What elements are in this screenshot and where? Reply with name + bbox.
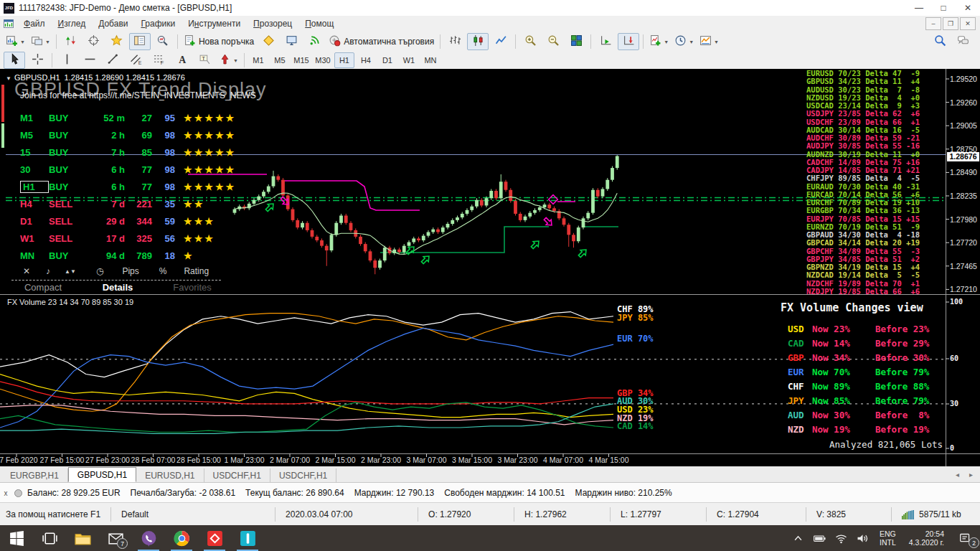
chart-client-area[interactable]: ▼GBPUSD,H1 1.28415 1.28690 1.28415 1.286… <box>0 69 980 466</box>
label-tool-button[interactable]: T <box>194 52 215 69</box>
clock-indicator[interactable]: 20:544.3.2020 г. <box>902 529 951 547</box>
taskbar-chrome-icon[interactable] <box>165 525 198 551</box>
timeframe-m15-button[interactable]: M15 <box>291 52 311 68</box>
trend-row-mn[interactable]: MNBUY94 d78918★ <box>6 247 230 264</box>
mdi-minimize-button[interactable]: – <box>925 17 941 30</box>
timeframe-h4-button[interactable]: H4 <box>356 52 376 68</box>
taskbar-task-view-icon[interactable] <box>33 525 66 551</box>
collapse-indicator-icon[interactable]: ▼ <box>6 75 11 82</box>
mdi-restore-button[interactable]: ❐ <box>943 17 958 30</box>
zoom-out-button[interactable] <box>542 33 564 50</box>
trend-clock-icon[interactable]: ◷ <box>96 266 103 276</box>
taskbar-viber-icon[interactable] <box>132 525 165 551</box>
timeframe-m5-button[interactable]: M5 <box>270 52 290 68</box>
taskbar-red-app-icon[interactable] <box>198 525 231 551</box>
terminal-close-button[interactable]: x <box>0 490 11 496</box>
chart-candles-button[interactable] <box>467 33 489 50</box>
trend-col-percent-label[interactable]: % <box>159 266 167 276</box>
timeframe-m30-button[interactable]: M30 <box>313 52 333 68</box>
trend-sound-icon[interactable]: ♪ <box>46 266 50 276</box>
market-watch-button[interactable] <box>60 33 82 50</box>
data-window-button[interactable] <box>152 33 174 50</box>
language-indicator[interactable]: ENGINTL <box>874 529 902 547</box>
text-tool-button[interactable]: A <box>171 52 192 69</box>
menu-графики[interactable]: Графики <box>134 17 182 30</box>
tray-wifi-icon[interactable] <box>831 525 852 551</box>
timeframe-w1-button[interactable]: W1 <box>399 52 419 68</box>
menu-файл[interactable]: Файл <box>17 17 52 30</box>
timeframe-mn-button[interactable]: MN <box>420 52 440 68</box>
tile-windows-button[interactable] <box>565 33 587 50</box>
trend-close-icon[interactable]: ✕ <box>23 266 30 276</box>
action-center-icon[interactable]: 2 <box>951 525 980 551</box>
trend-row-d1[interactable]: D1SELL29 d34459★★★ <box>6 212 230 230</box>
terminal-button[interactable] <box>281 33 302 50</box>
fibonacci-button[interactable]: F <box>148 52 169 69</box>
chart-bars-button[interactable] <box>444 33 466 50</box>
menu-добави[interactable]: Добави <box>92 17 134 30</box>
chart-tab-eurusd-h1[interactable]: EURUSD,H1 <box>136 468 204 482</box>
shapes-button[interactable]: ▼ <box>217 52 240 69</box>
vertical-line-button[interactable] <box>56 52 77 69</box>
timeframe-d1-button[interactable]: D1 <box>377 52 397 68</box>
autotrading-button[interactable]: Автоматична търговия <box>326 33 436 50</box>
auto-scroll-button[interactable] <box>595 33 616 50</box>
menu-инструменти[interactable]: Инструменти <box>182 17 247 30</box>
trend-col-pips-label[interactable]: Pips <box>122 266 138 276</box>
metaeditor-button[interactable] <box>258 33 279 50</box>
trend-row-15[interactable]: 15BUY7 h8598★★★★★ <box>6 143 230 161</box>
crosshair-tool-button[interactable] <box>27 52 48 69</box>
tabs-scroll-right-icon[interactable]: ▸ <box>969 471 973 479</box>
favorites-button[interactable] <box>106 33 128 50</box>
navigator-button[interactable] <box>129 33 151 50</box>
taskbar-explorer-icon[interactable] <box>66 525 99 551</box>
trend-row-m1[interactable]: M1BUY52 m2795★★★★★ <box>6 109 230 126</box>
tray-chevron-up-icon[interactable] <box>788 525 809 551</box>
crosshair-circle-button[interactable] <box>83 33 105 50</box>
menu-прозорец[interactable]: Прозорец <box>247 17 298 30</box>
chart-shift-button[interactable] <box>618 33 639 50</box>
status-profile[interactable]: Default <box>110 507 275 522</box>
trend-tab-favorites[interactable]: Favorites <box>155 282 230 293</box>
tabs-scroll-left-icon[interactable]: ◂ <box>956 471 959 479</box>
menu-помощ[interactable]: Помощ <box>298 17 340 30</box>
chart-line-button[interactable] <box>490 33 512 50</box>
trend-col-rating-label[interactable]: Rating <box>184 266 209 276</box>
trend-sort-icon[interactable]: ▲▼ <box>65 268 76 275</box>
periods-button[interactable]: ▼ <box>672 33 696 50</box>
profiles-button[interactable]: ▼ <box>29 33 52 50</box>
minimize-button[interactable]: — <box>907 0 931 16</box>
trend-row-h1[interactable]: H1BUY6 h7798★★★★★ <box>6 178 230 195</box>
menu-изглед[interactable]: Изглед <box>52 17 93 30</box>
indicators-button[interactable]: ▼ <box>647 33 671 50</box>
timeframe-h1-button[interactable]: H1 <box>334 52 354 68</box>
new-chart-button[interactable]: ▼ <box>4 33 27 50</box>
timeframe-m1-button[interactable]: M1 <box>248 52 268 68</box>
trend-row-h4[interactable]: H4SELL7 d22135★★ <box>6 195 230 212</box>
close-button[interactable]: ✕ <box>956 0 980 16</box>
signals-button[interactable] <box>303 33 325 50</box>
tray-volume-icon[interactable] <box>852 525 874 551</box>
templates-button[interactable]: ▼ <box>697 33 721 50</box>
search-button[interactable] <box>929 33 951 50</box>
mdi-close-button[interactable]: ✕ <box>960 17 976 30</box>
new-order-button[interactable]: Нова поръчка <box>182 33 256 50</box>
tray-battery-icon[interactable] <box>809 525 831 551</box>
chat-button[interactable] <box>952 33 974 50</box>
chart-tab-eurgbp-h1[interactable]: EURGBP,H1 <box>1 468 68 482</box>
trend-row-30[interactable]: 30BUY6 h7798★★★★★ <box>6 161 230 178</box>
chart-tab-usdchf-h1[interactable]: USDCHF,H1 <box>204 468 270 482</box>
taskbar-start-icon[interactable] <box>0 525 33 551</box>
horizontal-line-button[interactable] <box>79 52 100 69</box>
channel-button[interactable]: E <box>125 52 146 69</box>
trend-row-m5[interactable]: M5BUY2 h6998★★★★★ <box>6 126 230 143</box>
maximize-button[interactable]: □ <box>931 0 956 16</box>
chart-tab-usdchf-h1[interactable]: USDCHF,H1 <box>270 468 336 482</box>
taskbar-teal-app-icon[interactable] <box>231 525 264 551</box>
trend-tab-details[interactable]: Details <box>80 282 155 293</box>
trend-line-button[interactable] <box>102 52 123 69</box>
chart-tab-gbpusd-h1[interactable]: GBPUSD,H1 <box>68 467 136 482</box>
trend-tab-compact[interactable]: Compact <box>6 282 80 293</box>
time-axis[interactable]: 27 Feb 202027 Feb 15:0027 Feb 23:0028 Fe… <box>0 454 946 466</box>
zoom-in-button[interactable] <box>519 33 541 50</box>
